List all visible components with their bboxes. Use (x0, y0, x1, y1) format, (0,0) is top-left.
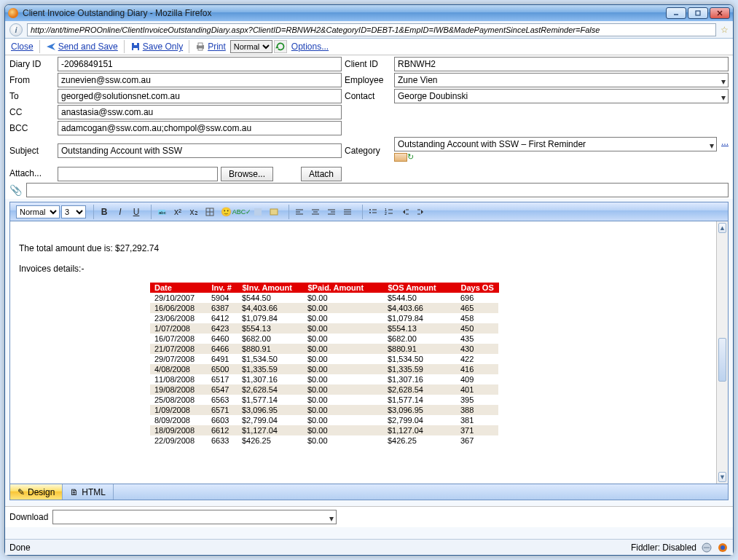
table-cell: $0.00 (303, 313, 383, 323)
save-only-label: Save Only (143, 42, 183, 52)
firefox-icon (8, 8, 18, 18)
table-cell: 430 (456, 344, 498, 354)
table-cell: $1,335.59 (238, 364, 303, 374)
svg-rect-18 (270, 209, 278, 215)
refresh-button[interactable] (274, 40, 287, 53)
status-left: Done (9, 543, 31, 553)
contact-select[interactable]: George Doubinski (394, 89, 729, 103)
align-right-button[interactable] (324, 205, 339, 219)
insert-emoji-button[interactable]: 🙂 (219, 205, 233, 219)
grid-button[interactable] (251, 205, 265, 219)
style-select[interactable]: Normal (16, 205, 60, 218)
category-more-link[interactable]: ... (721, 137, 729, 147)
options-link[interactable]: Options... (288, 41, 331, 52)
bold-button[interactable]: B (97, 205, 111, 219)
font-size-select[interactable]: 3 (61, 205, 86, 218)
table-cell: $0.00 (303, 364, 383, 374)
attach-label: Attach... (9, 168, 55, 178)
table-row: 8/09/20086603$2,799.04$0.00$2,799.04381 (150, 415, 498, 425)
client-id-field[interactable] (394, 57, 729, 71)
tab-design-label: Design (28, 487, 55, 497)
highlight-button[interactable]: abc (154, 205, 169, 219)
url-field[interactable]: http://ant/timePROOnline/ClientInvoiceOu… (27, 23, 716, 36)
from-field[interactable] (58, 73, 342, 87)
scroll-up-icon[interactable]: ▲ (718, 223, 726, 233)
table-row: 16/07/20086460$682.00$0.00$682.00435 (150, 334, 498, 344)
table-cell: $1,079.84 (238, 313, 303, 323)
table-cell: 23/06/2008 (150, 313, 207, 323)
invoice-col-header: Inv. # (207, 283, 238, 293)
from-label: From (9, 75, 55, 85)
outdent-button[interactable] (398, 205, 412, 219)
titlebar: Client Invoice Outstanding Diary - Mozil… (5, 5, 733, 21)
table-cell: $1,577.14 (238, 395, 303, 405)
insert-table-button[interactable] (203, 205, 217, 219)
table-cell: 21/07/2008 (150, 344, 207, 354)
employee-select[interactable]: Zune Vien (394, 73, 729, 87)
spellcheck-button[interactable]: ABC✓ (235, 205, 249, 219)
tab-design[interactable]: ✎ Design (10, 484, 63, 500)
print-link[interactable]: Print (192, 41, 229, 52)
table-row: 1/09/20086571$3,096.95$0.00$3,096.95388 (150, 405, 498, 415)
fiddler-icon[interactable] (701, 542, 713, 553)
view-mode-select[interactable]: Normal (230, 40, 272, 53)
italic-button[interactable]: I (113, 205, 127, 219)
browse-button[interactable]: Browse... (221, 167, 273, 181)
svg-rect-7 (134, 43, 137, 45)
attach-path-field[interactable] (58, 167, 218, 181)
category-select[interactable]: Outstanding Account with SSW – First Rem… (394, 137, 717, 151)
table-cell: 6547 (207, 384, 238, 395)
minimize-button[interactable] (666, 7, 686, 19)
table-cell: 6563 (207, 395, 238, 405)
editor-scrollbar[interactable]: ▲ ▼ (716, 221, 728, 484)
maximize-button[interactable] (688, 7, 708, 19)
align-center-button[interactable] (308, 205, 323, 219)
scroll-thumb[interactable] (718, 338, 726, 382)
align-left-button[interactable] (292, 205, 307, 219)
tab-html[interactable]: 🗎 HTML (63, 484, 114, 500)
download-select[interactable] (52, 510, 337, 524)
table-cell: $544.50 (383, 293, 456, 303)
action-toolbar: Close Send and Save Save Only Print Norm… (5, 39, 733, 55)
cc-field[interactable] (58, 105, 342, 119)
table-cell: 6612 (207, 425, 238, 435)
save-only-link[interactable]: Save Only (127, 41, 186, 52)
close-window-button[interactable] (710, 7, 730, 19)
superscript-button[interactable]: x² (170, 205, 185, 219)
svg-marker-39 (403, 210, 405, 214)
editor-body[interactable]: The total amount due is: $27,292.74 Invo… (10, 221, 728, 484)
table-cell: 6387 (207, 303, 238, 313)
image-button[interactable] (267, 205, 281, 219)
underline-button[interactable]: U (129, 205, 144, 219)
diary-id-field[interactable] (58, 57, 342, 71)
align-justify-button[interactable] (340, 205, 355, 219)
number-list-button[interactable]: 12 (382, 205, 396, 219)
table-cell: 6603 (207, 415, 238, 425)
subscript-button[interactable]: x₂ (187, 205, 201, 219)
subject-field[interactable] (58, 143, 342, 158)
bookmark-star-icon[interactable]: ☆ (721, 25, 729, 35)
table-cell: 371 (456, 425, 498, 435)
table-cell: $0.00 (303, 415, 383, 425)
send-and-save-link[interactable]: Send and Save (43, 41, 121, 52)
close-link[interactable]: Close (8, 41, 36, 52)
paperclip-icon: 📎 (9, 184, 22, 196)
table-cell: 6412 (207, 313, 238, 323)
scroll-down-icon[interactable]: ▼ (718, 472, 726, 482)
category-refresh-icon[interactable] (394, 153, 407, 162)
firefox-status-icon[interactable] (717, 542, 729, 553)
indent-button[interactable] (414, 205, 428, 219)
to-field[interactable] (58, 89, 342, 103)
page-info-icon[interactable]: i (9, 23, 23, 36)
table-cell: $426.25 (383, 435, 456, 446)
table-row: 16/06/20086387$4,403.66$0.00$4,403.66465 (150, 303, 498, 313)
table-cell: $0.00 (303, 405, 383, 415)
bullet-list-button[interactable] (366, 205, 380, 219)
table-cell: $3,096.95 (383, 405, 456, 415)
table-cell: 458 (456, 313, 498, 323)
html-icon: 🗎 (70, 487, 79, 497)
bcc-field[interactable] (58, 121, 342, 135)
table-row: 29/07/20086491$1,534.50$0.00$1,534.50422 (150, 354, 498, 364)
attachments-list[interactable] (26, 183, 729, 197)
attach-button[interactable]: Attach (301, 167, 342, 181)
